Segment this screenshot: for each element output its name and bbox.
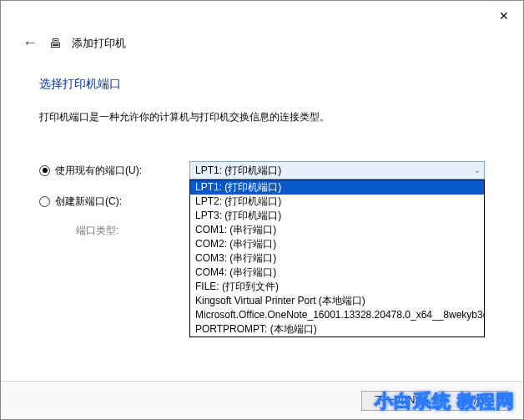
- bottom-bar: 下一页(N) 取消: [1, 381, 523, 419]
- radio-use-existing-label: 使用现有的端口(U):: [55, 164, 142, 178]
- port-dropdown-item[interactable]: COM3: (串行端口): [190, 251, 484, 266]
- port-dropdown-item[interactable]: COM4: (串行端口): [190, 266, 484, 280]
- section-title: 选择打印机端口: [39, 77, 485, 92]
- section-desc: 打印机端口是一种允许你的计算机与打印机交换信息的连接类型。: [39, 110, 485, 124]
- port-select-value: LPT1: (打印机端口): [195, 164, 281, 176]
- content-area: 选择打印机端口 打印机端口是一种允许你的计算机与打印机交换信息的连接类型。 使用…: [1, 60, 523, 238]
- port-dropdown-item[interactable]: COM1: (串行端口): [190, 223, 484, 237]
- radio-use-existing[interactable]: 使用现有的端口(U):: [39, 164, 189, 178]
- row-use-existing: 使用现有的端口(U): LPT1: (打印机端口) ⌄ LPT1: (打印机端口…: [39, 161, 485, 180]
- wizard-header: ← 🖶 添加打印机: [1, 33, 523, 60]
- port-type-label-wrap: 端口类型:: [39, 224, 189, 238]
- radio-icon: [39, 196, 50, 207]
- port-dropdown-item[interactable]: COM2: (串行端口): [190, 237, 484, 251]
- port-select-box[interactable]: LPT1: (打印机端口) ⌄: [189, 161, 485, 180]
- port-dropdown-item[interactable]: LPT1: (打印机端口): [190, 180, 484, 195]
- next-button-label: 下一页(N): [375, 393, 419, 407]
- port-dropdown-item[interactable]: Kingsoft Virtual Printer Port (本地端口): [190, 294, 484, 308]
- cancel-button[interactable]: 取消: [438, 391, 508, 411]
- port-dropdown-item[interactable]: PORTPROMPT: (本地端口): [190, 322, 484, 337]
- port-dropdown-item[interactable]: FILE: (打印到文件): [190, 280, 484, 294]
- port-dropdown: LPT1: (打印机端口)LPT2: (打印机端口)LPT3: (打印机端口)C…: [189, 180, 485, 337]
- close-button[interactable]: ✕: [486, 4, 521, 28]
- port-dropdown-item[interactable]: Microsoft.Office.OneNote_16001.13328.204…: [190, 308, 484, 322]
- port-dropdown-item[interactable]: LPT2: (打印机端口): [190, 195, 484, 209]
- cancel-button-label: 取消: [463, 393, 483, 407]
- wizard-title: 添加打印机: [72, 36, 126, 51]
- radio-icon: [39, 165, 50, 176]
- titlebar: ✕: [1, 1, 523, 33]
- radio-create-new-label: 创建新端口(C):: [55, 195, 122, 209]
- port-type-label: 端口类型:: [76, 224, 118, 238]
- next-button[interactable]: 下一页(N): [361, 391, 431, 411]
- close-icon: ✕: [499, 9, 509, 23]
- port-dropdown-item[interactable]: LPT3: (打印机端口): [190, 209, 484, 223]
- port-select[interactable]: LPT1: (打印机端口) ⌄ LPT1: (打印机端口)LPT2: (打印机端…: [189, 161, 485, 180]
- back-arrow-icon[interactable]: ←: [21, 34, 39, 52]
- printer-icon: 🖶: [49, 36, 62, 50]
- radio-create-new[interactable]: 创建新端口(C):: [39, 195, 189, 209]
- chevron-down-icon: ⌄: [474, 162, 481, 179]
